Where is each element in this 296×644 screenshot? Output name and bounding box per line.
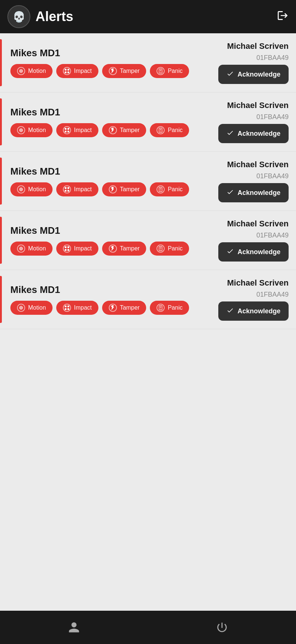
svg-rect-39 [67, 249, 69, 251]
alert-tags: Motion Impact Tamper Panic [10, 242, 200, 256]
alerts-list: Mikes MD1 Motion Impact Tamper [0, 33, 296, 611]
svg-rect-49 [65, 308, 67, 310]
tag-label-panic: Panic [168, 245, 182, 252]
svg-rect-26 [67, 187, 69, 189]
user-name: Michael Scriven [227, 160, 289, 169]
svg-rect-14 [65, 128, 67, 130]
user-name: Michael Scriven [227, 219, 289, 229]
tag-panic: Panic [150, 242, 189, 256]
device-id: 01FBAA49 [256, 232, 289, 239]
svg-rect-4 [67, 69, 69, 71]
alert-info: Mikes MD1 Motion Impact Tamper [10, 47, 200, 78]
acknowledge-button[interactable]: Acknowledge [218, 183, 289, 202]
tag-label-tamper: Tamper [120, 127, 139, 134]
svg-point-21 [161, 131, 161, 132]
tag-label-motion: Motion [28, 68, 46, 74]
tag-motion: Motion [10, 123, 53, 137]
check-icon [226, 188, 234, 197]
alert-card: Mikes MD1 Motion Impact Tamper [0, 152, 296, 211]
tag-label-tamper: Tamper [120, 68, 139, 74]
svg-rect-47 [65, 306, 67, 307]
page-title: Alerts [36, 9, 73, 24]
svg-rect-15 [67, 128, 69, 130]
tag-label-panic: Panic [168, 127, 182, 134]
svg-rect-3 [65, 69, 67, 71]
tag-tamper: Tamper [102, 242, 146, 256]
motion-icon [17, 67, 25, 75]
tag-impact: Impact [56, 123, 98, 137]
user-name: Michael Scriven [227, 101, 289, 110]
tag-impact: Impact [56, 182, 98, 196]
check-icon [226, 70, 234, 79]
svg-rect-27 [65, 190, 67, 192]
alert-info: Mikes MD1 Motion Impact Tamper [10, 107, 200, 137]
acknowledge-button[interactable]: Acknowledge [218, 242, 289, 262]
svg-point-54 [161, 308, 161, 309]
device-id: 01FBAA49 [256, 54, 289, 62]
device-id: 01FBAA49 [256, 172, 289, 180]
svg-point-32 [161, 190, 161, 191]
svg-point-43 [161, 249, 161, 250]
tag-panic: Panic [150, 64, 189, 78]
device-name: Mikes MD1 [10, 47, 200, 59]
alert-card: Mikes MD1 Motion Impact Tamper [0, 33, 296, 92]
svg-rect-28 [67, 190, 69, 192]
panic-icon [157, 245, 165, 253]
impact-icon [63, 126, 71, 134]
tag-label-tamper: Tamper [120, 186, 139, 193]
tag-panic: Panic [150, 123, 189, 137]
device-name: Mikes MD1 [10, 225, 200, 236]
svg-point-34 [21, 248, 21, 249]
alert-actions: Michael Scriven 01FBAA49 Acknowledge [207, 160, 289, 202]
logout-button[interactable] [277, 10, 289, 24]
impact-icon [63, 185, 71, 193]
panic-icon [157, 185, 165, 193]
alert-info: Mikes MD1 Motion Impact Tamper [10, 225, 200, 256]
check-icon [226, 247, 234, 256]
tag-label-panic: Panic [168, 68, 182, 74]
svg-rect-38 [65, 249, 67, 251]
motion-icon [17, 126, 25, 134]
alert-actions: Michael Scriven 01FBAA49 Acknowledge [207, 219, 289, 262]
svg-point-12 [21, 130, 21, 131]
tag-label-motion: Motion [28, 186, 46, 193]
tamper-icon [109, 126, 117, 134]
alert-card: Mikes MD1 Motion Impact Tamper [0, 92, 296, 152]
acknowledge-button[interactable]: Acknowledge [218, 124, 289, 143]
logo-icon: 💀 [13, 11, 26, 23]
acknowledge-button[interactable]: Acknowledge [218, 65, 289, 84]
check-icon [226, 307, 234, 316]
tag-tamper: Tamper [102, 64, 146, 78]
svg-rect-25 [65, 187, 67, 189]
tag-label-panic: Panic [168, 304, 182, 311]
panic-icon [157, 126, 165, 134]
svg-rect-17 [67, 131, 69, 132]
device-name: Mikes MD1 [10, 284, 200, 296]
tag-label-impact: Impact [74, 68, 92, 74]
acknowledge-label: Acknowledge [238, 189, 280, 197]
power-nav-button[interactable] [216, 621, 228, 634]
tamper-icon [109, 67, 117, 75]
acknowledge-button[interactable]: Acknowledge [218, 301, 289, 321]
alert-actions: Michael Scriven 01FBAA49 Acknowledge [207, 101, 289, 143]
bottom-navigation [0, 611, 296, 644]
tag-tamper: Tamper [102, 182, 146, 196]
svg-rect-50 [67, 308, 69, 310]
alert-info: Mikes MD1 Motion Impact Tamper [10, 284, 200, 315]
tag-impact: Impact [56, 64, 98, 78]
device-name: Mikes MD1 [10, 166, 200, 177]
acknowledge-label: Acknowledge [238, 130, 280, 138]
panic-icon [157, 67, 165, 75]
tag-panic: Panic [150, 301, 189, 315]
alert-actions: Michael Scriven 01FBAA49 Acknowledge [207, 278, 289, 321]
tag-label-tamper: Tamper [120, 304, 139, 311]
motion-icon [17, 245, 25, 253]
app-logo: 💀 [7, 5, 30, 28]
alert-info: Mikes MD1 Motion Impact Tamper [10, 166, 200, 196]
alert-tags: Motion Impact Tamper Panic [10, 64, 200, 78]
impact-icon [63, 245, 71, 253]
profile-nav-button[interactable] [68, 621, 80, 634]
user-name: Michael Scriven [227, 278, 289, 288]
tag-label-tamper: Tamper [120, 245, 139, 252]
tag-motion: Motion [10, 64, 53, 78]
